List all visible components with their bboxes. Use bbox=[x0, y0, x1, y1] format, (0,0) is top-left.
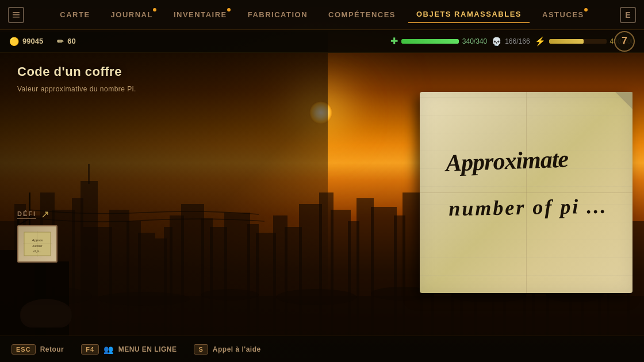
note-thumbnail-inner: Approx number of pi... bbox=[18, 226, 56, 261]
def-section: DÉFI ↗ bbox=[17, 208, 305, 221]
note-subtitle: Valeur approximative du nombre Pi. bbox=[17, 85, 305, 93]
svg-rect-61 bbox=[13, 12, 20, 13]
svg-text:of pi...: of pi... bbox=[33, 249, 41, 253]
nav-item-inventaire[interactable]: INVENTAIRE bbox=[166, 7, 235, 22]
craft-icon: ✏ bbox=[57, 37, 64, 46]
health-label: 340/340 bbox=[462, 37, 487, 45]
crafts-stat: ✏ 60 bbox=[57, 37, 75, 46]
nav-item-fabrication[interactable]: FABRICATION bbox=[240, 7, 316, 22]
svg-rect-63 bbox=[13, 17, 20, 18]
nav-item-objets-ramassables[interactable]: OBJETS RAMASSABLES bbox=[408, 6, 530, 23]
paper-text-area: Approximate number of pi ... bbox=[431, 112, 622, 273]
svg-point-49 bbox=[201, 289, 259, 301]
nav-icon-left[interactable] bbox=[8, 7, 24, 23]
esc-key[interactable]: ESC bbox=[12, 344, 36, 355]
svg-text:number of pi ...: number of pi ... bbox=[448, 195, 607, 221]
group-icon: 👥 bbox=[103, 345, 114, 354]
def-label: DÉFI bbox=[17, 210, 36, 219]
menu-icon[interactable] bbox=[8, 7, 24, 23]
note-title: Code d'un coffre bbox=[17, 64, 305, 79]
health-icon: ✚ bbox=[390, 36, 398, 47]
nav-item-carte[interactable]: CARTE bbox=[52, 7, 98, 22]
timer-value: 7 bbox=[622, 35, 627, 47]
note-paper: Approximate number of pi ... bbox=[420, 92, 632, 293]
handwriting-svg: Approximate number of pi ... bbox=[434, 117, 618, 266]
nav-item-journal[interactable]: JOURNAL bbox=[103, 7, 161, 22]
skull-label: 166/166 bbox=[505, 37, 530, 45]
nav-item-astuces[interactable]: ASTUCES bbox=[534, 7, 592, 22]
nav-dot-inventaire bbox=[227, 8, 231, 11]
note-thumbnail[interactable]: Approx number of pi... bbox=[17, 225, 57, 263]
nav-dot-astuces bbox=[584, 8, 588, 11]
retour-label: Retour bbox=[40, 345, 64, 353]
paper-text-wrapper: Approximate number of pi ... bbox=[434, 117, 618, 268]
crafts-value: 60 bbox=[67, 37, 75, 45]
svg-text:Approx: Approx bbox=[31, 238, 43, 242]
svg-text:number: number bbox=[33, 244, 43, 248]
bottom-bar: ESC Retour F4 👥 MENU EN LIGNE S Appel à … bbox=[0, 336, 644, 362]
svg-text:Approximate: Approximate bbox=[443, 145, 569, 176]
menu-enligne-label: MENU EN LIGNE bbox=[118, 345, 177, 353]
nav-icon-right[interactable]: E bbox=[620, 7, 636, 23]
svg-rect-62 bbox=[13, 14, 20, 16]
energy-track bbox=[549, 39, 607, 44]
skull-icon: 💀 bbox=[492, 37, 501, 46]
health-fill bbox=[401, 39, 459, 44]
nav-items: CARTE JOURNAL INVENTAIRE FABRICATION COM… bbox=[52, 6, 592, 23]
paper-corner-fold bbox=[615, 92, 632, 109]
svg-point-50 bbox=[276, 289, 356, 305]
energy-fill bbox=[549, 39, 584, 44]
top-nav: CARTE JOURNAL INVENTAIRE FABRICATION COM… bbox=[0, 0, 644, 30]
action-menu-enligne[interactable]: F4 👥 MENU EN LIGNE bbox=[81, 344, 177, 355]
main-content: Code d'un coffre Valeur approximative du… bbox=[0, 53, 322, 274]
f4-key[interactable]: F4 bbox=[81, 344, 99, 355]
health-bar-container: ✚ 340/340 💀 166/166 ⚡ 400/400 bbox=[390, 36, 635, 47]
coins-stat: 🟡 99045 bbox=[9, 37, 43, 46]
timer-badge[interactable]: 7 bbox=[614, 31, 635, 52]
svg-point-48 bbox=[98, 292, 190, 306]
paper-background: Approximate number of pi ... bbox=[420, 92, 632, 293]
thumb-sketch-svg: Approx number of pi... bbox=[23, 231, 52, 257]
coins-value: 99045 bbox=[22, 37, 43, 45]
appel-aide-label: Appel à l'aide bbox=[213, 345, 261, 353]
e-icon[interactable]: E bbox=[620, 7, 636, 23]
energy-icon: ⚡ bbox=[535, 36, 546, 47]
def-arrow: ↗ bbox=[41, 208, 49, 221]
stats-bar: 🟡 99045 ✏ 60 ✚ 340/340 💀 166/166 ⚡ bbox=[0, 30, 644, 53]
nav-item-competences[interactable]: COMPÉTENCES bbox=[320, 7, 404, 22]
svg-rect-60 bbox=[20, 305, 72, 328]
health-group: ✚ 340/340 bbox=[390, 36, 487, 47]
health-track bbox=[401, 39, 459, 44]
skull-group: 💀 166/166 bbox=[492, 37, 530, 46]
action-appel-aide[interactable]: S Appel à l'aide bbox=[194, 344, 260, 355]
action-retour[interactable]: ESC Retour bbox=[12, 344, 64, 355]
nav-dot-journal bbox=[153, 8, 156, 11]
s-key[interactable]: S bbox=[194, 344, 208, 355]
coin-icon: 🟡 bbox=[9, 37, 19, 46]
